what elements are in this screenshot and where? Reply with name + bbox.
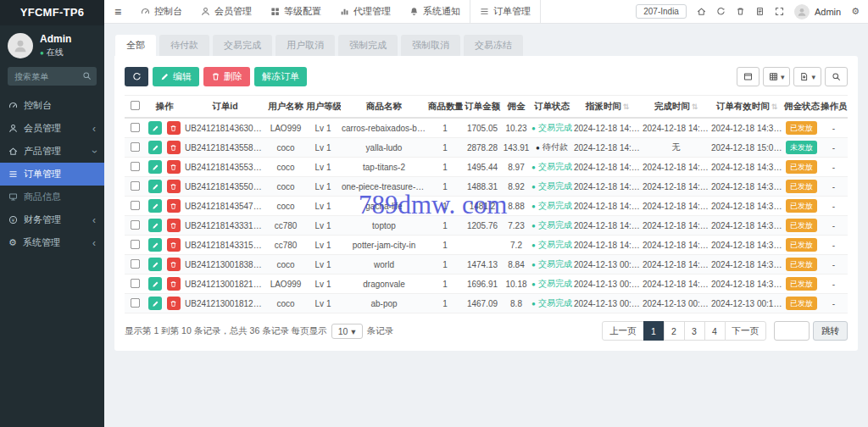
row-delete-button[interactable] (167, 180, 181, 193)
col-assign-time[interactable]: 指派时间⇅ (573, 96, 642, 119)
row-checkbox[interactable] (130, 278, 139, 287)
region-selector[interactable]: 207-India (636, 4, 687, 19)
order-status-cell: ●交易完成 (531, 255, 573, 274)
row-delete-button[interactable] (167, 199, 181, 213)
card-view-button[interactable] (737, 67, 760, 86)
tab-pending-payment[interactable]: 待付款 (159, 35, 209, 56)
commission-cell: 8.97 (502, 158, 531, 177)
col-valid-time[interactable]: 订单有效时间⇅ (710, 96, 783, 119)
export-button[interactable]: ▾ (793, 67, 821, 86)
sidebar-item-orders[interactable]: 订单管理 (0, 163, 104, 186)
sidebar-item-finance[interactable]: ¥ 财务管理 ‹ (0, 208, 104, 231)
row-edit-button[interactable] (148, 180, 162, 193)
unfreeze-order-button[interactable]: 解冻订单 (254, 67, 307, 86)
avatar[interactable] (8, 33, 33, 58)
topnav-orders[interactable]: 订单管理 (470, 0, 541, 23)
row-checkbox[interactable] (130, 219, 139, 229)
tab-all[interactable]: 全部 (115, 35, 156, 56)
tab-force-cancelled[interactable]: 强制取消 (401, 35, 460, 56)
page-button-4[interactable]: 4 (704, 321, 726, 341)
topnav-members[interactable]: 会员管理 (192, 0, 261, 23)
tab-force-completed[interactable]: 强制完成 (338, 35, 398, 56)
topnav-notifications[interactable]: 系统通知 (400, 0, 470, 23)
row-edit-button[interactable] (148, 297, 162, 310)
operator-cell: - (820, 236, 848, 255)
sidebar-item-goods-info[interactable]: 商品信息 (0, 186, 104, 208)
row-delete-button[interactable] (167, 297, 181, 310)
page-button-3[interactable]: 3 (684, 321, 705, 341)
select-all-checkbox[interactable] (130, 101, 139, 110)
page-size-select[interactable]: 10▾ (331, 324, 363, 339)
row-delete-button[interactable] (167, 258, 181, 271)
row-delete-button[interactable] (167, 238, 181, 252)
trash-icon[interactable] (736, 7, 745, 16)
row-edit-button[interactable] (148, 219, 162, 232)
row-edit-button[interactable] (148, 121, 162, 135)
commission-status-badge: 已发放 (786, 121, 817, 135)
row-edit-button[interactable] (148, 160, 162, 174)
sidebar-item-system[interactable]: ⚙ 系统管理 ‹ (0, 231, 104, 254)
sidebar-item-dashboard[interactable]: 控制台 (0, 94, 104, 117)
operator-cell: - (820, 138, 848, 158)
home-icon[interactable] (697, 7, 706, 16)
topnav-agents[interactable]: 代理管理 (331, 0, 400, 23)
fullscreen-icon[interactable] (775, 7, 784, 16)
user-level-cell: Lv 1 (305, 177, 341, 197)
sidebar-item-products[interactable]: 产品管理 ‹ (0, 140, 104, 163)
operator-cell: - (820, 255, 848, 274)
sidebar-item-members[interactable]: 会员管理 ‹ (0, 117, 104, 140)
page-button-2[interactable]: 2 (664, 321, 685, 341)
row-delete-button[interactable] (167, 277, 181, 291)
tab-completed[interactable]: 交易完成 (213, 35, 272, 56)
row-edit-button[interactable] (148, 238, 162, 252)
delete-button[interactable]: 删除 (203, 67, 250, 86)
commission-status-badge: 已发放 (786, 160, 817, 174)
search-icon[interactable] (82, 71, 92, 81)
row-edit-button[interactable] (148, 258, 162, 271)
row-delete-button[interactable] (167, 121, 181, 135)
row-delete-button[interactable] (167, 141, 181, 154)
hamburger-menu-icon[interactable]: ≡ (104, 0, 131, 23)
clear-cache-icon[interactable] (755, 7, 765, 16)
row-edit-button[interactable] (148, 141, 162, 154)
page-button-1[interactable]: 1 (643, 321, 665, 341)
refresh-icon[interactable] (716, 7, 726, 16)
topnav-level-config[interactable]: 等级配置 (261, 0, 331, 23)
row-edit-button[interactable] (148, 277, 162, 291)
status-dot-icon: ● (531, 280, 536, 288)
trash-icon (170, 125, 177, 132)
row-checkbox[interactable] (130, 122, 139, 131)
avatar[interactable] (794, 4, 810, 19)
row-checkbox[interactable] (130, 200, 139, 209)
next-page-button[interactable]: 下一页 (725, 321, 767, 341)
row-checkbox[interactable] (130, 141, 139, 151)
tab-user-cancelled[interactable]: 用户取消 (275, 35, 335, 56)
prev-page-button[interactable]: 上一页 (602, 321, 644, 341)
quantity-cell: 1 (427, 216, 463, 236)
tab-frozen[interactable]: 交易冻结 (464, 35, 523, 56)
jump-button[interactable]: 跳转 (813, 321, 848, 341)
row-checkbox[interactable] (130, 180, 139, 190)
settings-gear-icon[interactable]: ⚙ (851, 7, 860, 16)
row-checkbox[interactable] (130, 239, 139, 248)
topnav-dashboard[interactable]: 控制台 (131, 0, 192, 23)
refresh-button[interactable] (125, 67, 148, 86)
row-checkbox[interactable] (130, 297, 139, 307)
caret-down-icon: ▾ (811, 73, 815, 81)
trash-icon (170, 241, 177, 249)
cogs-icon: ⚙ (8, 238, 17, 247)
admin-menu[interactable]: Admin (815, 7, 841, 17)
row-delete-button[interactable] (167, 160, 181, 174)
row-delete-button[interactable] (167, 219, 181, 232)
user-level-cell: Lv 1 (305, 274, 341, 294)
row-checkbox[interactable] (130, 161, 139, 170)
col-finish-time[interactable]: 完成时间⇅ (642, 96, 710, 119)
jump-page-input[interactable] (774, 321, 810, 341)
row-edit-button[interactable] (148, 199, 162, 213)
columns-button[interactable]: ▾ (763, 67, 791, 86)
operator-cell: - (820, 294, 848, 313)
search-button[interactable] (825, 67, 848, 86)
finish-time-cell: 2024-12-18 14:36:31 (642, 118, 710, 138)
edit-button[interactable]: 编辑 (153, 67, 199, 86)
row-checkbox[interactable] (130, 258, 139, 268)
